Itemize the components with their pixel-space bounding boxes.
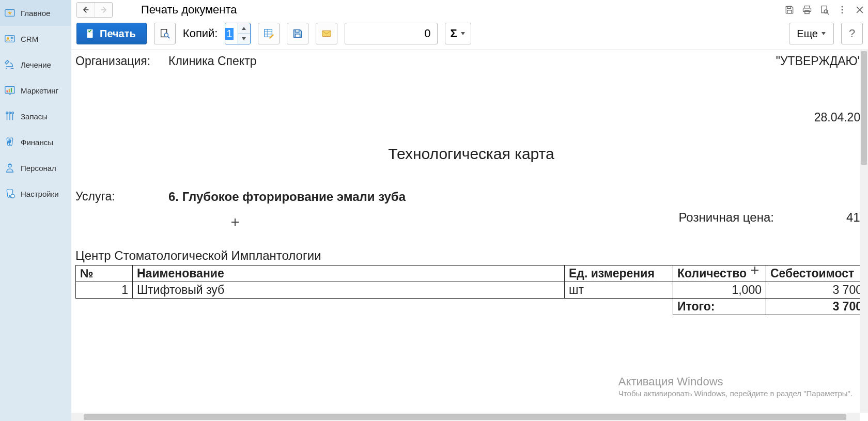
arrow-right-icon (100, 6, 108, 14)
chart-icon (4, 85, 16, 96)
table-pencil-icon (263, 28, 274, 39)
print-doc-icon (84, 28, 96, 39)
document-viewport: Организация: Клиника Спектр "УТВЕРЖДАЮ" … (71, 50, 868, 421)
organization-label: Организация: (75, 54, 168, 68)
kebab-menu-icon[interactable] (837, 5, 847, 15)
svg-rect-28 (805, 11, 809, 14)
staff-icon (4, 162, 16, 174)
svg-rect-44 (264, 29, 272, 37)
document-title: Технологическая карта (75, 145, 860, 163)
save-button[interactable] (287, 23, 308, 44)
table-edit-button[interactable] (258, 23, 280, 44)
chevron-down-icon (460, 32, 466, 36)
svg-rect-8 (7, 90, 8, 92)
print-button[interactable]: Печать (76, 23, 147, 44)
svg-rect-37 (87, 32, 93, 38)
svg-point-34 (842, 12, 843, 13)
close-icon[interactable] (855, 5, 865, 15)
svg-point-16 (12, 112, 14, 114)
col-unit: Ед. измерения (565, 266, 673, 282)
id-card-icon (4, 33, 16, 44)
svg-marker-42 (242, 27, 246, 30)
svg-line-31 (827, 13, 829, 14)
nav-back-button[interactable] (77, 3, 95, 17)
preview-button[interactable] (154, 23, 176, 44)
help-button[interactable]: ? (841, 23, 863, 44)
document-scroll-area[interactable]: Организация: Клиника Спектр "УТВЕРЖДАЮ" … (71, 50, 860, 413)
sidebar-item-treatment[interactable]: Лечение (0, 52, 71, 77)
sidebar-item-finance[interactable]: ₽ Финансы (0, 129, 71, 155)
svg-marker-1 (8, 11, 12, 15)
sidebar-item-label: CRM (21, 35, 38, 43)
arrow-left-icon (82, 6, 90, 14)
toolbar: Печать Копий: 1 (71, 20, 868, 50)
printer-icon[interactable] (802, 5, 812, 15)
svg-text:₽: ₽ (8, 139, 11, 144)
total-value: 3 700 (766, 299, 860, 315)
copies-input[interactable]: 1 (225, 23, 237, 44)
svg-rect-9 (9, 89, 10, 92)
svg-rect-24 (787, 6, 791, 8)
main-area: Печать документа Печать Копий: (71, 0, 868, 421)
nav-forward-button[interactable] (95, 3, 112, 17)
svg-point-32 (842, 6, 843, 8)
col-no: № (76, 266, 133, 282)
vertical-scrollbar[interactable] (860, 50, 868, 413)
col-name: Наименование (133, 266, 565, 282)
spinner-down-button[interactable] (238, 34, 250, 44)
cell-cost: 3 700 (766, 282, 860, 299)
sidebar-item-marketing[interactable]: Маркетинг (0, 77, 71, 103)
cursor-plus-icon (751, 267, 758, 274)
retail-price-label: Розничная цена: (678, 210, 774, 225)
copies-spinner[interactable]: 1 (225, 23, 250, 44)
horizontal-scrollbar[interactable] (71, 413, 860, 421)
svg-marker-52 (822, 32, 826, 35)
table-row[interactable]: 1 Штифтовый зуб шт 1,000 3 700 (76, 282, 860, 299)
table-total-row: Итого: 3 700 (76, 299, 860, 315)
cell-no: 1 (76, 282, 133, 299)
document-date: 28.04.202 (75, 111, 860, 124)
sidebar-item-label: Запасы (21, 112, 48, 121)
sidebar-item-label: Настройки (21, 190, 59, 198)
sidebar-item-main[interactable]: Главное (0, 0, 71, 26)
svg-rect-10 (11, 88, 12, 92)
sidebar: Главное CRM Лечение Маркетинг Запасы (0, 0, 71, 421)
page-search-icon[interactable] (819, 5, 830, 15)
service-label: Услуга: (75, 190, 168, 204)
nav-prev-next (76, 2, 113, 18)
svg-point-21 (11, 194, 14, 198)
sidebar-item-label: Главное (21, 9, 50, 18)
service-value: 6. Глубокое фторирование эмали зуба (168, 190, 406, 204)
sidebar-item-label: Лечение (21, 60, 51, 69)
sidebar-item-settings[interactable]: Настройки (0, 181, 71, 207)
spinner-up-button[interactable] (238, 23, 250, 34)
save-diskette-icon[interactable] (784, 5, 795, 15)
col-qty: Количество (673, 266, 766, 282)
more-menu-label: Еще (797, 28, 818, 40)
svg-marker-43 (242, 37, 246, 40)
number-input[interactable] (345, 23, 438, 44)
svg-point-33 (842, 9, 843, 11)
cursor-plus-icon (231, 219, 239, 226)
sidebar-item-stock[interactable]: Запасы (0, 103, 71, 129)
more-menu-button[interactable]: Еще (789, 23, 834, 44)
total-label: Итого: (673, 299, 766, 315)
svg-rect-20 (8, 164, 11, 165)
sidebar-item-crm[interactable]: CRM (0, 26, 71, 52)
col-cost: Себестоимост (766, 266, 860, 282)
sigma-icon: Σ (451, 27, 457, 40)
svg-rect-49 (295, 34, 300, 37)
title-bar: Печать документа (71, 0, 868, 20)
items-table: № Наименование Ед. измерения Количество … (75, 265, 860, 315)
cell-qty: 1,000 (673, 282, 766, 299)
svg-point-14 (9, 112, 11, 114)
cell-unit: шт (565, 282, 673, 299)
chevron-down-icon (821, 32, 826, 36)
sidebar-item-staff[interactable]: Персонал (0, 155, 71, 181)
organization-value: Клиника Спектр (168, 54, 712, 68)
approve-text: "УТВЕРЖДАЮ" (712, 54, 860, 68)
microscope-icon (4, 59, 16, 70)
email-button[interactable] (316, 23, 337, 44)
print-button-label: Печать (100, 28, 136, 40)
sum-dropdown[interactable]: Σ (445, 23, 471, 44)
